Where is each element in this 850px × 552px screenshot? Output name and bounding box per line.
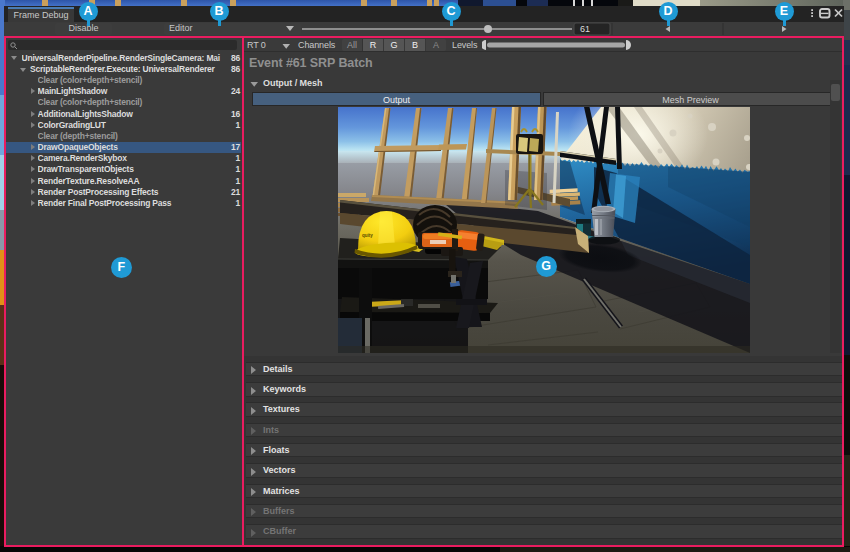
svg-text:61: 61 [580, 24, 590, 34]
svg-text:quity: quity [362, 233, 373, 238]
